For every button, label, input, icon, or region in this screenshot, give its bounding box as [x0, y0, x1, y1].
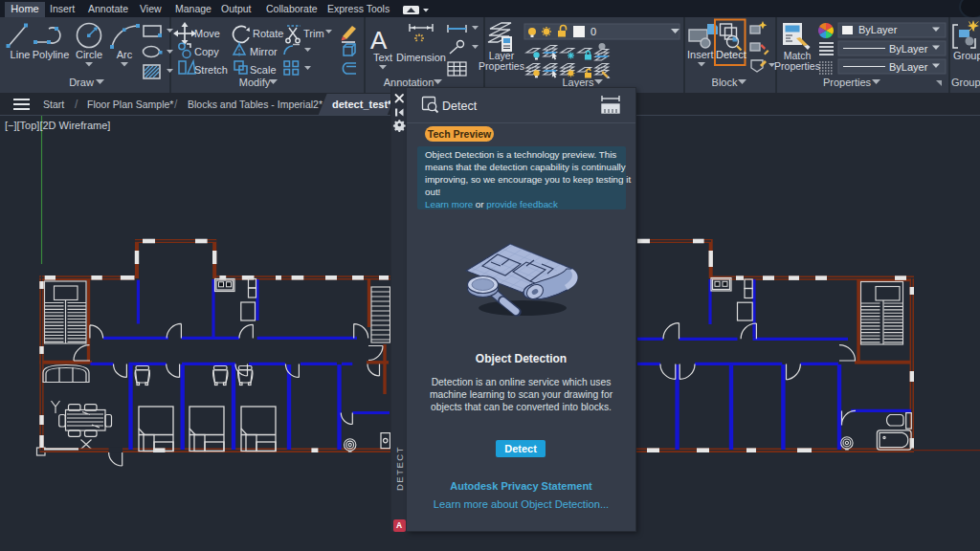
svg-text:ByLayer: ByLayer — [889, 43, 928, 55]
svg-text:Line: Line — [11, 49, 31, 60]
svg-text:0: 0 — [590, 26, 596, 37]
svg-text:Groups: Groups — [951, 77, 980, 88]
svg-text:Move: Move — [194, 28, 220, 39]
svg-text:Polyline: Polyline — [33, 49, 70, 60]
svg-text:Trim: Trim — [303, 28, 324, 39]
svg-text:Insert: Insert — [687, 49, 714, 60]
svg-text:Group: Group — [953, 50, 980, 61]
svg-text:Stretch: Stretch — [194, 64, 228, 76]
svg-text:Draw: Draw — [69, 77, 94, 88]
svg-text:Mirror: Mirror — [250, 46, 278, 57]
svg-text:Properties: Properties — [479, 60, 524, 72]
svg-text:Modify: Modify — [239, 77, 271, 88]
svg-text:Circle: Circle — [76, 49, 102, 60]
svg-text:ByLayer: ByLayer — [889, 61, 928, 73]
svg-text:Detect: Detect — [716, 49, 746, 60]
svg-text:Arc: Arc — [117, 49, 133, 60]
svg-text:Block: Block — [712, 77, 738, 88]
svg-text:A: A — [370, 26, 388, 55]
svg-text:Scale: Scale — [250, 64, 277, 76]
svg-text:Properties: Properties — [823, 77, 872, 88]
svg-text:Text: Text — [373, 52, 392, 63]
svg-text:Dimension: Dimension — [396, 52, 446, 63]
svg-text:Properties: Properties — [774, 60, 820, 72]
svg-text:ByLayer: ByLayer — [858, 24, 898, 35]
svg-text:Copy: Copy — [194, 46, 219, 57]
svg-text:Rotate: Rotate — [253, 28, 283, 39]
